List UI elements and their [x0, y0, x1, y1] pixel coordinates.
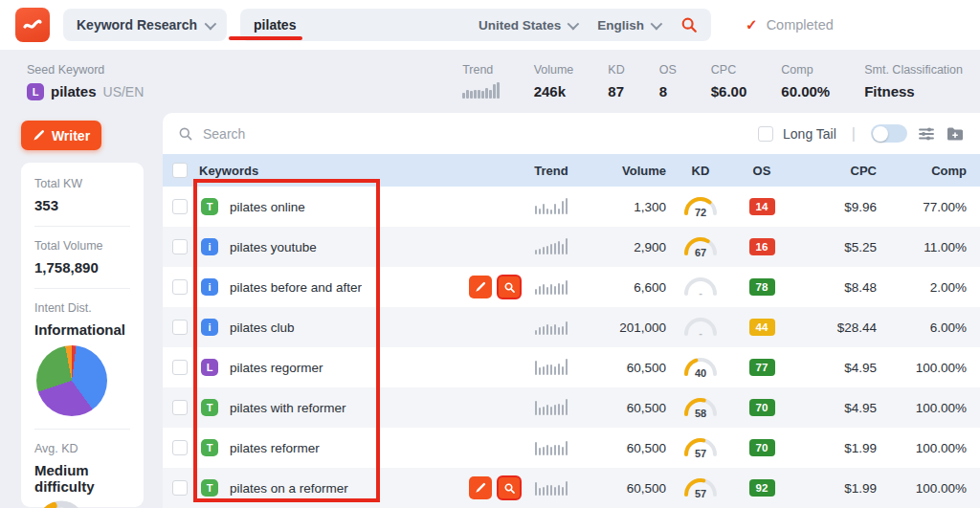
seed-stat-kd: KD87 — [608, 63, 624, 99]
row-checkbox[interactable] — [172, 320, 188, 335]
header-comp[interactable]: Comp — [877, 164, 967, 178]
table-row: L pilates regormer 60,500 40 77 $4.95 10… — [163, 347, 980, 387]
svg-text:40: 40 — [695, 367, 706, 379]
kd-gauge: 72 — [666, 193, 735, 221]
keyword-link[interactable]: pilates reformer — [230, 441, 320, 455]
keyword-link[interactable]: pilates with reformer — [230, 401, 346, 415]
avg-kd-gauge: 38 — [34, 498, 88, 508]
chevron-down-icon — [205, 17, 217, 30]
header-os[interactable]: OS — [735, 164, 789, 178]
filters-icon[interactable] — [917, 124, 936, 144]
total-volume-value: 1,758,890 — [34, 259, 130, 276]
row-checkbox[interactable] — [172, 279, 188, 295]
kd-gauge: 40 — [666, 354, 735, 382]
long-tail-checkbox[interactable] — [758, 126, 773, 142]
row-checkbox[interactable] — [172, 480, 188, 496]
os-badge: 70 — [749, 399, 775, 416]
table-row: i pilates youtube 2,900 67 16 $5.25 11.0… — [163, 227, 980, 267]
volume-value: 60,500 — [578, 361, 666, 375]
cpc-value: $5.25 — [789, 240, 877, 254]
intent-badge: i — [201, 238, 218, 255]
trend-sparkline — [524, 400, 578, 415]
red-underline-annotation — [229, 36, 302, 40]
comp-value: 6.00% — [877, 320, 967, 335]
row-checkbox[interactable] — [172, 400, 188, 415]
write-action-button[interactable] — [469, 476, 492, 499]
kd-gauge: 67 — [666, 233, 735, 261]
row-checkbox[interactable] — [172, 199, 188, 214]
seed-stat-os: OS8 — [659, 63, 677, 99]
trend-sparkline — [524, 360, 578, 375]
row-checkbox[interactable] — [172, 360, 188, 375]
os-badge: 92 — [749, 479, 775, 497]
wave-logo-icon — [22, 14, 43, 35]
header-keywords[interactable]: Keywords — [199, 164, 461, 178]
keyword-link[interactable]: pilates before and after — [230, 280, 362, 295]
header-kd[interactable]: KD — [666, 164, 735, 178]
total-kw-label: Total KW — [34, 177, 130, 190]
volume-value: 6,600 — [578, 280, 666, 295]
chevron-down-icon — [651, 17, 663, 30]
keyword-link[interactable]: pilates online — [230, 200, 305, 214]
search-submit-icon[interactable] — [680, 16, 698, 33]
comp-value: 100.00% — [877, 481, 967, 496]
avg-kd-value: Medium difficulty — [34, 462, 130, 495]
volume-value: 60,500 — [578, 441, 666, 455]
view-toggle[interactable] — [871, 124, 907, 143]
table-row: T pilates on a reformer 60,500 57 92 $1.… — [163, 468, 980, 508]
seed-keyword-input[interactable] — [254, 17, 397, 33]
chevron-down-icon — [568, 17, 580, 30]
table-header: Keywords Trend Volume KD OS CPC Comp — [163, 154, 980, 187]
header-trend[interactable]: Trend — [524, 164, 578, 178]
write-action-button[interactable] — [469, 276, 492, 298]
comp-value: 100.00% — [877, 361, 967, 375]
seed-stat-trend: Trend — [462, 63, 500, 99]
country-dropdown[interactable]: United States — [479, 18, 576, 33]
cpc-value: $28.44 — [789, 320, 877, 335]
seed-keyword-title: Seed Keyword — [27, 63, 314, 77]
volume-value: 60,500 — [578, 401, 666, 415]
serp-action-button[interactable] — [498, 276, 521, 298]
intent-dist-value: Informational — [34, 321, 130, 338]
sidebar: Writer Total KW 353 Total Volume 1,758,8… — [0, 113, 163, 508]
keyword-research-dropdown[interactable]: Keyword Research — [63, 9, 227, 41]
row-checkbox[interactable] — [172, 239, 188, 254]
app-logo[interactable] — [15, 8, 50, 42]
header-volume[interactable]: Volume — [578, 164, 666, 178]
language-dropdown[interactable]: English — [597, 18, 659, 33]
trend-sparkline — [524, 480, 578, 496]
seed-locale: US/EN — [103, 84, 145, 99]
comp-value: 2.00% — [877, 280, 967, 295]
keyword-link[interactable]: pilates on a reformer — [230, 481, 348, 496]
kd-gauge: 57 — [666, 475, 735, 502]
avg-kd-label: Avg. KD — [34, 442, 130, 455]
comp-value: 100.00% — [877, 441, 967, 455]
row-checkbox[interactable] — [172, 440, 188, 455]
results-panel: Long Tail | Keywords Trend Volume KD OS … — [163, 113, 980, 508]
keyword-link[interactable]: pilates youtube — [230, 240, 317, 254]
status-badge: ✓ Completed — [746, 16, 834, 33]
select-all-checkbox[interactable] — [172, 163, 188, 178]
seed-keyword-value: pilates — [51, 83, 97, 99]
kd-gauge: - — [666, 314, 735, 342]
volume-value: 60,500 — [578, 481, 666, 496]
keyword-research-label: Keyword Research — [77, 17, 197, 33]
magnifier-icon — [503, 482, 516, 495]
kd-gauge: - — [666, 274, 735, 301]
intent-badge: i — [201, 319, 218, 336]
keyword-link[interactable]: pilates regormer — [230, 361, 323, 375]
table-search-input[interactable] — [203, 126, 748, 142]
svg-text:67: 67 — [695, 247, 706, 258]
long-tail-label[interactable]: Long Tail — [783, 126, 836, 142]
os-badge: 14 — [749, 198, 775, 215]
writer-button[interactable]: Writer — [21, 121, 101, 150]
check-icon: ✓ — [746, 16, 758, 33]
intent-badge: T — [201, 479, 218, 497]
keyword-link[interactable]: pilates club — [230, 320, 295, 335]
trend-sparkline — [524, 239, 578, 254]
trend-sparkline — [524, 440, 578, 455]
serp-action-button[interactable] — [498, 476, 521, 499]
header-cpc[interactable]: CPC — [789, 164, 877, 178]
kd-gauge: 57 — [666, 434, 735, 462]
folder-add-icon[interactable] — [946, 124, 965, 144]
